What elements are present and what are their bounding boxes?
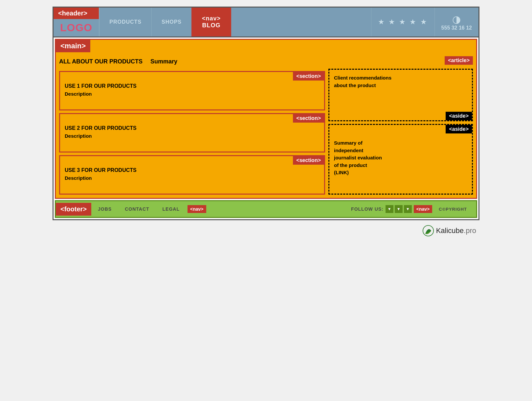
article-tag-row: <article> — [328, 56, 473, 66]
main-tag: <main> — [56, 40, 90, 52]
nav-item-shops[interactable]: SHOPS — [151, 8, 191, 36]
footer-follow-nav-tag: <nav> — [414, 205, 432, 213]
footer-right: FOLLOW US: ▼ ▼ ▼ <nav> C©PYRIGHT — [346, 202, 476, 216]
section-title-2: USE 2 FOR OUR PRODUCTS — [65, 125, 320, 131]
aside-tag-2: <aside> — [446, 125, 472, 133]
nav-item-blog[interactable]: <nav> BLOG — [191, 8, 231, 36]
main-right: <article> Client recommendations about t… — [328, 56, 473, 195]
nav-item-products[interactable]: PRODUCTS — [99, 8, 151, 36]
article-tag: <article> — [445, 56, 473, 65]
section-desc-1: Description — [65, 91, 320, 97]
section-tag-1: <section> — [293, 72, 324, 81]
footer-nav-legal[interactable]: LEGAL — [156, 204, 186, 214]
section-title-3: USE 3 FOR OUR PRODUCTS — [65, 167, 320, 173]
nav-active-tag: <nav> — [202, 15, 221, 22]
copyright: C©PYRIGHT — [434, 207, 472, 212]
article-header: ALL ABOUT OUR PRODUCTS Summary — [59, 56, 325, 68]
header-stars: ★ ★ ★ ★ ★ — [371, 8, 434, 36]
follow-label: FOLLOW US: — [351, 206, 384, 212]
kalicube-name: Kalicube.pro — [436, 226, 476, 235]
section-tag-2: <section> — [293, 114, 324, 123]
aside-box-1: Client recommendations about the product… — [328, 69, 473, 121]
aside-text-2: Summary of independent journalist evalua… — [334, 139, 467, 177]
page-wrapper: <header> LOGO PRODUCTS SHOPS <nav> BLOG … — [53, 7, 479, 220]
footer: <footer> JOBS CONTACT LEGAL <nav> FOLLOW… — [55, 200, 477, 218]
section-desc-3: Description — [65, 175, 320, 181]
footer-nav-left: JOBS CONTACT LEGAL <nav> — [91, 204, 346, 214]
section-box-2: <section> USE 2 FOR OUR PRODUCTS Descrip… — [59, 113, 325, 153]
kalicube-logo-icon — [422, 225, 434, 237]
article-title: ALL ABOUT OUR PRODUCTS — [59, 58, 143, 65]
footer-arrow-3: ▼ — [404, 205, 412, 213]
header-left-section: <header> LOGO — [54, 8, 99, 36]
main-section: <main> ALL ABOUT OUR PRODUCTS Summary <s… — [55, 39, 477, 199]
main-content: ALL ABOUT OUR PRODUCTS Summary <section>… — [56, 40, 476, 198]
logo: LOGO — [60, 22, 92, 34]
section-desc-2: Description — [65, 133, 320, 139]
footer-tag: <footer> — [56, 203, 91, 216]
footer-arrow-1: ▼ — [386, 205, 393, 213]
summary-label: Summary — [150, 58, 177, 65]
aside-tag-1: <aside> — [446, 112, 472, 120]
footer-nav-jobs[interactable]: JOBS — [91, 204, 118, 214]
header-tag: <header> — [54, 8, 99, 19]
section-box-3: <section> USE 3 FOR OUR PRODUCTS Descrip… — [59, 155, 325, 195]
footer-arrows: ▼ ▼ ▼ — [386, 205, 412, 213]
header: <header> LOGO PRODUCTS SHOPS <nav> BLOG … — [54, 8, 478, 37]
branding: Kalicube.pro — [53, 220, 479, 240]
header-logo-area: LOGO — [54, 19, 99, 36]
footer-arrow-2: ▼ — [395, 205, 403, 213]
main-nav: PRODUCTS SHOPS <nav> BLOG — [99, 8, 371, 36]
phone-icon: ◑ — [452, 13, 461, 25]
section-title-1: USE 1 FOR OUR PRODUCTS — [65, 83, 320, 89]
nav-label-shops: SHOPS — [162, 19, 182, 25]
aside-text-1: Client recommendations about the product — [334, 74, 467, 89]
main-left: ALL ABOUT OUR PRODUCTS Summary <section>… — [59, 56, 325, 195]
footer-nav-contact[interactable]: CONTACT — [118, 204, 156, 214]
nav-label-blog: BLOG — [202, 22, 221, 29]
section-box-1: <section> USE 1 FOR OUR PRODUCTS Descrip… — [59, 71, 325, 110]
footer-nav-tag: <nav> — [188, 205, 206, 213]
phone-number: 555 32 16 12 — [441, 25, 472, 31]
nav-label-products: PRODUCTS — [109, 19, 142, 25]
header-phone: ◑ 555 32 16 12 — [434, 8, 478, 36]
aside-box-2: <aside> Summary of independent journalis… — [328, 124, 473, 195]
section-tag-3: <section> — [293, 156, 324, 165]
